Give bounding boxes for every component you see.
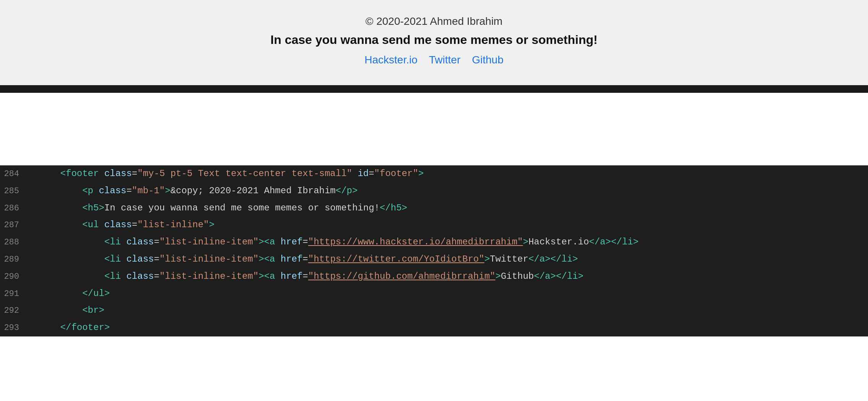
line-number-287: 287 — [0, 217, 31, 232]
line-content-284: <footer class="my-5 pt-5 Text text-cente… — [31, 166, 868, 182]
code-line-289: 289 <li class="list-inline-item"><a href… — [0, 251, 868, 268]
code-line-286: 286 <h5>In case you wanna send me some m… — [0, 200, 868, 217]
code-line-285: 285 <p class="mb-1">&copy; 2020-2021 Ahm… — [0, 183, 868, 200]
tagline-text: In case you wanna send me some memes or … — [8, 33, 860, 47]
twitter-link[interactable]: Twitter — [429, 54, 460, 66]
line-content-287: <ul class="list-inline"> — [31, 217, 868, 233]
code-line-290: 290 <li class="list-inline-item"><a href… — [0, 268, 868, 285]
line-number-292: 292 — [0, 303, 31, 318]
line-number-293: 293 — [0, 320, 31, 335]
black-divider-bar — [0, 88, 868, 93]
code-line-291: 291 </ul> — [0, 285, 868, 302]
footer-links: Hackster.io Twitter Github — [8, 54, 860, 66]
line-content-286: <h5>In case you wanna send me some memes… — [31, 200, 868, 216]
line-content-290: <li class="list-inline-item"><a href="ht… — [31, 269, 868, 285]
code-editor: 284 <footer class="my-5 pt-5 Text text-c… — [0, 165, 868, 336]
hackster-link[interactable]: Hackster.io — [364, 54, 418, 66]
line-content-291: </ul> — [31, 286, 868, 302]
line-content-288: <li class="list-inline-item"><a href="ht… — [31, 234, 868, 250]
line-content-292: <br> — [31, 303, 868, 319]
line-number-290: 290 — [0, 269, 31, 284]
footer-preview-section: © 2020-2021 Ahmed Ibrahim In case you wa… — [0, 0, 868, 88]
line-number-291: 291 — [0, 286, 31, 301]
code-line-287: 287 <ul class="list-inline"> — [0, 217, 868, 234]
line-number-289: 289 — [0, 252, 31, 267]
copyright-text: © 2020-2021 Ahmed Ibrahim — [8, 15, 860, 27]
code-line-293: 293 </footer> — [0, 319, 868, 336]
white-space-area — [0, 93, 868, 165]
line-number-288: 288 — [0, 234, 31, 249]
line-content-289: <li class="list-inline-item"><a href="ht… — [31, 252, 868, 267]
line-number-286: 286 — [0, 200, 31, 215]
line-number-285: 285 — [0, 183, 31, 198]
line-number-284: 284 — [0, 166, 31, 181]
github-link[interactable]: Github — [472, 54, 504, 66]
code-line-288: 288 <li class="list-inline-item"><a href… — [0, 234, 868, 251]
code-line-292: 292 <br> — [0, 302, 868, 319]
line-content-285: <p class="mb-1">&copy; 2020-2021 Ahmed I… — [31, 183, 868, 199]
code-line-284: 284 <footer class="my-5 pt-5 Text text-c… — [0, 165, 868, 183]
line-content-293: </footer> — [31, 320, 868, 336]
